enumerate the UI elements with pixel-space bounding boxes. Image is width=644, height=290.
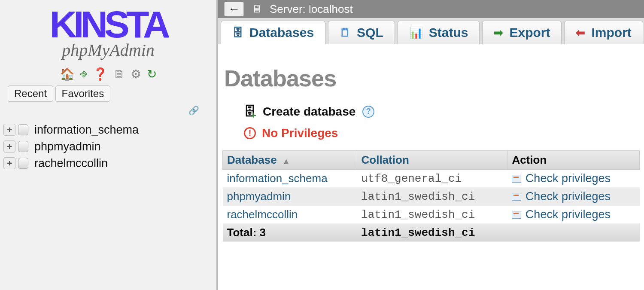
tab-label: Export	[509, 25, 550, 40]
database-tree: + information_schema + phpmyadmin + rach…	[0, 118, 216, 172]
database-icon: 🗄	[232, 26, 243, 40]
col-collation[interactable]: Collation	[357, 151, 507, 170]
sort-asc-icon: ▲	[283, 157, 290, 165]
export-icon: ➡	[494, 26, 503, 40]
database-icon	[18, 124, 28, 135]
help-icon[interactable]: ?	[362, 106, 374, 118]
logo: KINSTA phpMyAdmin	[0, 4, 216, 60]
table-header-row: Database ▲ Collation Action	[223, 151, 640, 170]
create-database-label[interactable]: Create database	[263, 105, 355, 119]
tab-label: SQL	[357, 25, 383, 40]
server-label: Server: localhost	[270, 3, 353, 16]
table-row: information_schema utf8_general_ci Check…	[223, 170, 640, 188]
main: ← 🖥 Server: localhost 🗄 Databases 🗒 SQL …	[218, 0, 644, 290]
privileges-icon	[512, 175, 521, 183]
content: Databases 🗄＋ Create database ? ! No Priv…	[218, 44, 644, 242]
col-label: Collation	[361, 153, 409, 166]
table-row: rachelmccollin latin1_swedish_ci Check p…	[223, 206, 640, 224]
exit-icon[interactable]: ⎆	[80, 67, 88, 81]
import-icon: ⬅	[576, 26, 585, 40]
tree-item-label: rachelmccollin	[34, 157, 108, 170]
tree-item[interactable]: + rachelmccollin	[3, 155, 216, 172]
create-database-row: 🗄＋ Create database ?	[222, 104, 640, 126]
product-logo: phpMyAdmin	[9, 40, 208, 60]
sidebar: KINSTA phpMyAdmin 🏠 ⎆ ❓ 🗎 ⚙ ↻ Recent Fav…	[0, 0, 218, 290]
server-bar: ← 🖥 Server: localhost	[218, 0, 644, 18]
home-icon[interactable]: 🏠	[60, 67, 75, 81]
filter-buttons: Recent Favorites	[8, 85, 216, 102]
total-label: Total: 3	[223, 224, 357, 242]
document-icon[interactable]: 🗎	[113, 67, 125, 81]
col-database[interactable]: Database ▲	[223, 151, 357, 170]
check-privileges-link[interactable]: Check privileges	[526, 208, 611, 221]
page-title: Databases	[222, 53, 640, 104]
tree-item-label: phpmyadmin	[34, 140, 101, 153]
table-total-row: Total: 3 latin1_swedish_ci	[223, 224, 640, 242]
tab-sql[interactable]: 🗒 SQL	[328, 21, 395, 44]
sql-icon: 🗒	[340, 26, 351, 40]
back-button[interactable]: ←	[224, 2, 244, 16]
server-icon: 🖥	[252, 3, 262, 15]
check-privileges-link[interactable]: Check privileges	[526, 172, 611, 185]
privileges-icon	[512, 193, 521, 201]
no-privileges-text: No Privileges	[262, 126, 338, 140]
tabs: 🗄 Databases 🗒 SQL 📊 Status ➡ Export ⬅ Im…	[218, 18, 644, 44]
tree-item[interactable]: + information_schema	[3, 122, 216, 138]
database-icon	[18, 158, 28, 169]
alert-icon: !	[244, 127, 256, 139]
status-icon: 📊	[409, 26, 423, 40]
collation-value: latin1_swedish_ci	[357, 206, 507, 224]
expand-icon[interactable]: +	[3, 140, 15, 153]
database-table: Database ▲ Collation Action information_…	[222, 150, 640, 242]
expand-icon[interactable]: +	[3, 124, 15, 136]
tab-export[interactable]: ➡ Export	[482, 21, 562, 44]
database-link[interactable]: rachelmccollin	[227, 208, 298, 221]
recent-button[interactable]: Recent	[8, 85, 53, 102]
create-database-icon: 🗄＋	[244, 104, 256, 119]
col-label: Database	[227, 153, 277, 166]
tab-label: Import	[591, 25, 631, 40]
tab-status[interactable]: 📊 Status	[398, 21, 480, 44]
link-icon[interactable]: 🔗	[0, 102, 216, 118]
gear-icon[interactable]: ⚙	[131, 67, 141, 81]
tab-label: Status	[429, 25, 468, 40]
brand-logo: KINSTA	[9, 9, 208, 41]
table-row: phpmyadmin latin1_swedish_ci Check privi…	[223, 188, 640, 206]
tree-item[interactable]: + phpmyadmin	[3, 138, 216, 155]
favorites-button[interactable]: Favorites	[55, 85, 111, 102]
sidebar-toolbar: 🏠 ⎆ ❓ 🗎 ⚙ ↻	[0, 67, 216, 81]
collation-value: utf8_general_ci	[357, 170, 507, 188]
reload-icon[interactable]: ↻	[147, 67, 157, 81]
database-icon	[18, 141, 28, 152]
col-label: Action	[512, 153, 547, 166]
tab-label: Databases	[249, 25, 314, 40]
tree-item-label: information_schema	[34, 123, 139, 137]
database-link[interactable]: phpmyadmin	[227, 190, 291, 203]
no-privileges-row: ! No Privileges	[222, 126, 640, 150]
help-icon[interactable]: ❓	[93, 67, 108, 81]
col-action: Action	[507, 151, 640, 170]
privileges-icon	[512, 211, 521, 219]
total-collation: latin1_swedish_ci	[357, 224, 507, 242]
tab-databases[interactable]: 🗄 Databases	[221, 21, 325, 44]
collation-value: latin1_swedish_ci	[357, 188, 507, 206]
check-privileges-link[interactable]: Check privileges	[526, 190, 611, 203]
tab-import[interactable]: ⬅ Import	[564, 21, 643, 44]
database-link[interactable]: information_schema	[227, 172, 328, 185]
expand-icon[interactable]: +	[3, 157, 15, 169]
